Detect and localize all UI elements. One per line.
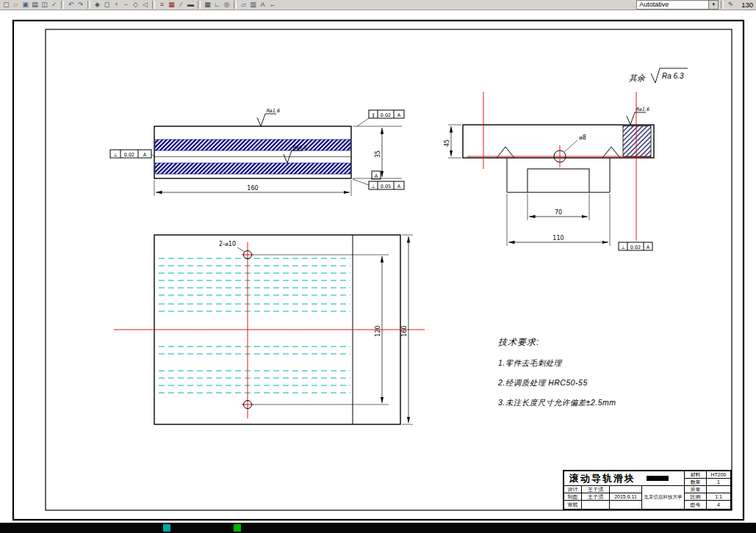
toolbar-separator — [198, 1, 201, 9]
text-style-icon[interactable]: A — [258, 0, 267, 10]
ortho-icon[interactable]: ∟ — [212, 0, 222, 10]
svg-text:∥: ∥ — [372, 112, 374, 118]
svg-text:Ra1.6: Ra1.6 — [636, 106, 650, 112]
spellcheck-icon[interactable]: ✓ — [49, 0, 59, 10]
svg-text:45: 45 — [444, 139, 450, 147]
surface-finish-note: 其余 Ra 6.3 — [629, 68, 688, 83]
open-folder-icon[interactable]: ▱ — [11, 0, 21, 10]
check-date — [610, 501, 642, 509]
zoom-window-icon[interactable]: ◻ — [102, 0, 112, 10]
design-date — [610, 486, 642, 493]
toolbar-right-cluster: Autotative ▼ ✎ 130 — [636, 0, 756, 10]
drawing-no-label: 图号 — [685, 501, 707, 509]
material-value: HT200 — [707, 471, 730, 479]
tolerance-frame-bottom-right: ⊥ 0.05 A — [353, 179, 404, 189]
svg-text:160: 160 — [247, 185, 258, 192]
linetype-icon[interactable]: ∕ — [176, 0, 186, 10]
toolbar-separator — [234, 1, 237, 9]
save-icon[interactable]: ▣ — [21, 0, 30, 10]
scale-label: 比例 — [685, 493, 707, 501]
coordinate-readout: 130 — [741, 1, 753, 9]
taskbar-app-2-icon[interactable] — [234, 524, 241, 532]
grid-icon[interactable]: ▦ — [203, 0, 212, 10]
toolbar-separator — [721, 1, 724, 9]
draft-label: 制图 — [564, 493, 582, 501]
print-icon[interactable]: ▤ — [30, 0, 40, 10]
layer-color-icon[interactable]: ▦ — [167, 0, 176, 10]
tolerance-frame-left: ⊥ 0.02 A — [110, 150, 155, 158]
new-file-icon[interactable]: ▢ — [1, 0, 11, 10]
preview-icon[interactable]: ◫ — [40, 0, 49, 10]
tolerance-frame-top-right: ∥ 0.02 A — [357, 110, 404, 126]
roughness-mark-top: Ra1.6 — [257, 108, 281, 126]
svg-text:A: A — [397, 112, 401, 118]
material-label: 材料 — [685, 471, 707, 479]
dim-section-outer: 110 — [507, 194, 610, 246]
taskbar-app-1-icon[interactable] — [163, 524, 170, 532]
style-dropdown[interactable]: Autotative ▼ — [636, 0, 719, 10]
technical-requirements: 技术要求: 1.零件去毛刺处理 2.经调质处理 HRC50-55 3.未注长度尺… — [498, 336, 616, 408]
drawing-no-value: 4 — [707, 501, 730, 509]
tolerance-frame-section: ⊥ 0.02 A — [619, 242, 652, 250]
section-hatch — [623, 126, 651, 157]
table-icon[interactable]: ▥ — [248, 0, 258, 10]
redo-icon[interactable]: ↷ — [76, 0, 85, 10]
undo-icon[interactable]: ↶ — [66, 0, 76, 10]
chevron-down-icon[interactable]: ▼ — [708, 1, 718, 9]
svg-text:0.05: 0.05 — [381, 184, 391, 189]
check-label: 审核 — [564, 501, 582, 509]
svg-text:A: A — [397, 184, 401, 189]
rail-band-top — [155, 139, 350, 151]
svg-text:Ra0.8: Ra0.8 — [292, 145, 307, 151]
zoom-in-icon[interactable]: + — [112, 0, 121, 10]
roughness-mark-section: Ra1.6 — [627, 106, 650, 125]
surface-note-prefix: 其余 — [629, 73, 646, 82]
svg-text:⊥: ⊥ — [621, 244, 625, 250]
hole-diameter-label: ⌀8 — [579, 134, 586, 141]
quantity-value: 1 — [707, 479, 730, 486]
dim-side-width: 160 — [154, 180, 351, 196]
layers-icon[interactable]: ≡ — [157, 0, 167, 10]
pen-icon[interactable]: ✎ — [726, 0, 735, 10]
dim-style-icon[interactable]: ↔ — [267, 0, 277, 10]
view-side[interactable]: 160 35 ∥ 0.02 A — [110, 108, 404, 196]
weight-value — [707, 486, 730, 493]
zoom-previous-icon[interactable]: ◁ — [140, 0, 150, 10]
drawing-sheet[interactable]: 160 35 ∥ 0.02 A — [0, 10, 756, 523]
surface-note-value: Ra 6.3 — [662, 72, 684, 80]
toolbar-separator — [87, 1, 90, 9]
toolbar-separator — [61, 1, 64, 9]
svg-text:160: 160 — [401, 325, 408, 336]
standard-mark — [647, 476, 669, 481]
blocks-icon[interactable]: ▱ — [239, 0, 248, 10]
svg-text:A: A — [375, 173, 378, 179]
svg-text:⊥: ⊥ — [371, 184, 375, 189]
svg-text:0.02: 0.02 — [124, 152, 134, 158]
lineweight-icon[interactable]: ▬ — [186, 0, 195, 10]
svg-text:110: 110 — [552, 235, 564, 242]
toolbar: ▢ ▱ ▣ ▤ ◫ ✓ ↶ ↷ ◈ ◻ + − ◇ ◁ ≡ ▦ ∕ ▬ ▦ ∟ … — [0, 0, 756, 10]
tech-req-item: 2.经调质处理 HRC50-55 — [498, 378, 616, 388]
design-label: 设计 — [564, 486, 582, 493]
svg-text:0.02: 0.02 — [630, 244, 641, 250]
dim-section-inner: 70 — [528, 194, 589, 220]
draft-name: 王子清 — [582, 493, 610, 501]
cad-window: ▢ ▱ ▣ ▤ ◫ ✓ ↶ ↷ ◈ ◻ + − ◇ ◁ ≡ ▦ ∕ ▬ ▦ ∟ … — [0, 0, 756, 533]
osnap-icon[interactable]: ◎ — [222, 0, 231, 10]
zoom-extents-icon[interactable]: ◇ — [131, 0, 140, 10]
dim-side-height: 35 — [353, 126, 402, 178]
style-dropdown-value: Autotative — [637, 1, 708, 9]
datum-flag: A — [372, 171, 381, 179]
drawing-canvas[interactable]: 160 35 ∥ 0.02 A — [0, 10, 756, 523]
zoom-out-icon[interactable]: − — [121, 0, 131, 10]
title-block: 滚动导轨滑块 设计 王子清 制图 王子清 2015.6.11 审核 北京信息科技… — [563, 470, 732, 510]
view-plan[interactable]: 2-⌀10 120 160 — [114, 235, 425, 424]
dim-section-height: 45 — [444, 125, 461, 158]
centerlines-section — [467, 92, 649, 241]
quantity-label: 数量 — [685, 479, 707, 486]
check-name — [582, 501, 610, 509]
view-section[interactable]: ⌀8 70 110 — [444, 92, 654, 250]
svg-text:70: 70 — [555, 209, 562, 216]
pan-icon[interactable]: ◈ — [93, 0, 102, 10]
svg-text:35: 35 — [375, 151, 381, 158]
